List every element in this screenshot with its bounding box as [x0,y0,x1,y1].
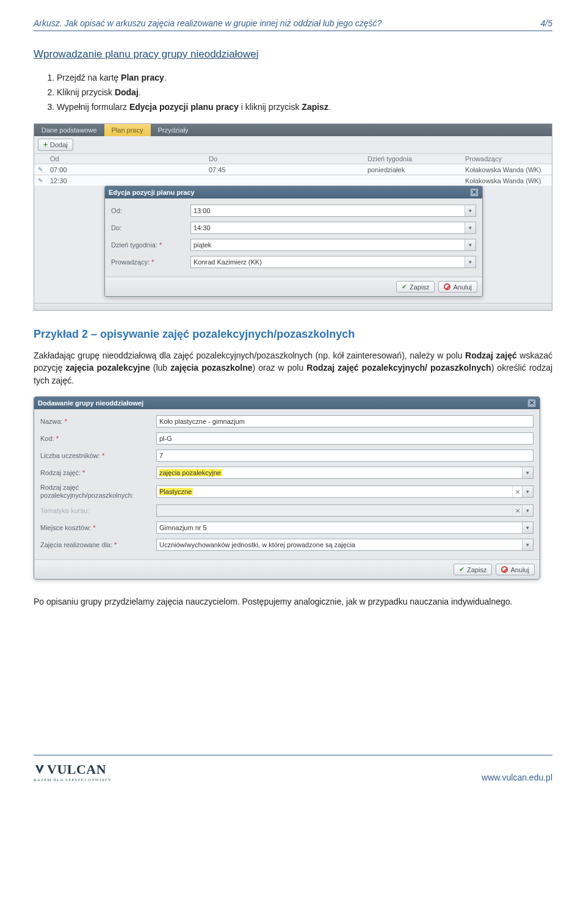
screenshot-plan-pracy: Dane podstawowe Plan pracy Przydziały + … [34,123,552,311]
footer-url: www.vulcan.edu.pl [482,773,552,782]
select-realizowane[interactable]: Uczniów/wychowanków jednostki, w której … [156,539,534,551]
label-do: Do: [111,224,190,231]
label-tematyka: Tematyka kursu: [40,507,156,514]
dialog-title: Dodawanie grupy nieoddziałowej [38,399,143,407]
after-paragraph: Po opisaniu grupy przydzielamy zajęcia n… [34,595,552,608]
dialog-dodawanie-grupy: Dodawanie grupy nieoddziałowej ✕ Nazwa: … [34,396,540,580]
dodaj-button[interactable]: + Dodaj [38,139,73,151]
dialog-title: Edycja pozycji planu pracy [109,189,195,196]
close-icon[interactable]: ✕ [527,399,536,407]
label-miejsce: Miejsce kosztów: [40,524,156,531]
cancel-icon [444,283,450,290]
cancel-icon [501,566,508,573]
select-miejsce[interactable]: Gimnazjum nr 5 ▾ [156,522,534,534]
label-nazwa: Nazwa: [40,418,156,425]
check-icon: ✔ [402,283,407,291]
label-prow: Prowadzący: [111,258,190,266]
chevron-down-icon[interactable]: ▾ [465,205,476,216]
input-kod[interactable]: pl-G [156,432,534,445]
grid-row[interactable]: ✎ 12:30 Kołakowska Wanda (WK) [34,175,552,186]
select-tematyka: ✕ ▾ [156,504,534,517]
page-header: Arkusz. Jak opisać w arkuszu zajęcia rea… [34,0,552,31]
close-icon[interactable]: ✕ [470,188,479,197]
select-dzien[interactable]: piątek ▾ [190,239,476,251]
input-od[interactable]: 13:00 ▾ [190,205,476,217]
tab-dane-podstawowe[interactable]: Dane podstawowe [34,124,104,136]
status-strip [34,303,552,310]
edit-icon[interactable]: ✎ [38,177,50,184]
label-liczba: Liczba uczestników: [40,452,156,459]
grid-header: Od Do Dzień tygodnia Prowadzący [34,153,552,164]
col-do: Do [209,155,367,162]
clear-icon[interactable]: ✕ [512,486,522,497]
select-rodzajpoz[interactable]: Plastyczne ✕ ▾ [156,486,534,498]
col-dzien: Dzień tygodnia [367,155,465,162]
chevron-down-icon[interactable]: ▾ [465,256,476,267]
example2-heading: Przykład 2 – opisywanie zajęć pozalekcyj… [34,328,552,341]
chevron-down-icon[interactable]: ▾ [465,222,476,233]
step-3: Wypełnij formularz Edycja pozycji planu … [57,101,552,114]
zapisz-button[interactable]: ✔ Zapisz [396,281,435,293]
tab-przydzialy[interactable]: Przydziały [151,124,196,136]
grid-row[interactable]: ✎ 07:00 07:45 poniedziałek Kołakowska Wa… [34,164,552,175]
label-rodzajpoz: Rodzaj zajęć pozalekcyjnych/pozaszkolnyc… [40,484,156,500]
chevron-down-icon[interactable]: ▾ [522,539,533,550]
example2-paragraph: Zakładając grupę nieoddziałową dla zajęć… [34,349,552,387]
dialog-titlebar: Dodawanie grupy nieoddziałowej ✕ [34,397,540,409]
col-prow: Prowadzący [465,155,548,162]
chevron-down-icon[interactable]: ▾ [465,239,476,250]
edit-icon[interactable]: ✎ [38,166,50,173]
clear-icon: ✕ [512,505,522,516]
plus-icon: + [43,140,48,149]
page-footer: VULCAN RAZEM DLA LEPSZEJ OŚWIATY www.vul… [34,755,552,799]
step-2: Kliknij przycisk Dodaj. [57,86,552,99]
label-realizowane: Zajęcia realizowane dla: [40,541,156,548]
label-od: Od: [111,207,190,214]
vulcan-logo: VULCAN RAZEM DLA LEPSZEJ OŚWIATY [34,762,112,782]
anuluj-button[interactable]: Anuluj [496,564,535,575]
step-1: Przejdź na kartę Plan pracy. [57,71,552,84]
label-dzien: Dzień tygodnia: [111,241,190,249]
zapisz-button[interactable]: ✔ Zapisz [454,564,492,575]
section-title: Wprowadzanie planu pracy grupy nieoddzia… [34,48,552,60]
input-do[interactable]: 14:30 ▾ [190,222,476,234]
input-liczba[interactable]: 7 [156,449,534,462]
tab-plan-pracy[interactable]: Plan pracy [104,124,151,136]
dialog-edycja-pozycji: Edycja pozycji planu pracy ✕ Od: 13:00 ▾… [104,186,483,297]
select-prowadzacy[interactable]: Konrad Kazimierz (KK) ▾ [190,256,476,268]
dodaj-label: Dodaj [50,141,68,148]
dialog-titlebar: Edycja pozycji planu pracy ✕ [105,186,482,198]
anuluj-button[interactable]: Anuluj [438,281,477,293]
select-rodzaj[interactable]: zajęcia pozalekcyjne ▾ [156,467,534,479]
col-od: Od [50,155,209,162]
tabs: Dane podstawowe Plan pracy Przydziały [34,124,552,136]
page-number: 4/5 [541,18,552,28]
chevron-down-icon[interactable]: ▾ [522,467,533,478]
label-kod: Kod: [40,435,156,442]
check-icon: ✔ [459,566,465,573]
chevron-down-icon[interactable]: ▾ [522,522,533,533]
logo-icon [34,763,46,776]
header-title: Arkusz. Jak opisać w arkuszu zajęcia rea… [34,18,382,28]
chevron-down-icon: ▾ [522,505,533,516]
input-nazwa[interactable]: Koło plastyczne - gimnazjum [156,415,534,427]
chevron-down-icon[interactable]: ▾ [522,486,533,497]
label-rodzaj: Rodzaj zajęć: [40,469,156,476]
steps-list: Przejdź na kartę Plan pracy. Kliknij prz… [34,71,552,114]
